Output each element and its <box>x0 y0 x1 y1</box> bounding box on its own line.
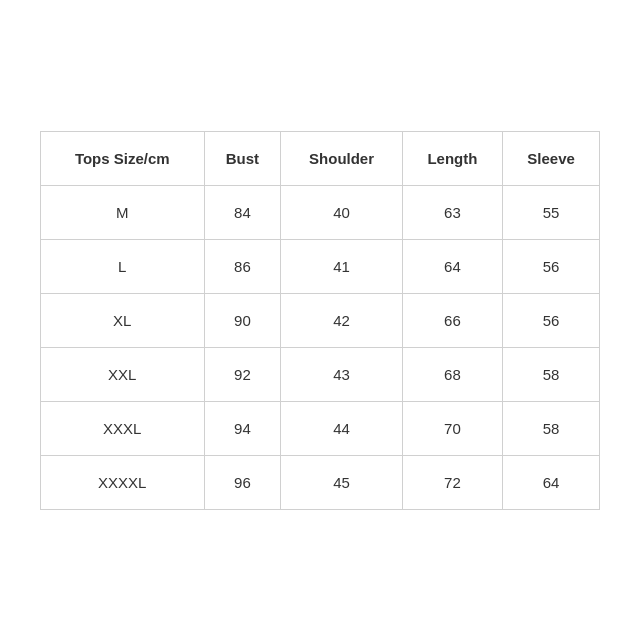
cell-row0-col2: 40 <box>281 185 403 239</box>
header-shoulder: Shoulder <box>281 131 403 185</box>
cell-row1-col4: 56 <box>503 239 600 293</box>
cell-row2-col4: 56 <box>503 293 600 347</box>
size-chart-table: Tops Size/cm Bust Shoulder Length Sleeve… <box>40 131 600 510</box>
header-bust: Bust <box>204 131 281 185</box>
cell-row1-col3: 64 <box>402 239 502 293</box>
cell-row1-col1: 86 <box>204 239 281 293</box>
cell-row0-col1: 84 <box>204 185 281 239</box>
table-row: M84406355 <box>41 185 600 239</box>
cell-row4-col3: 70 <box>402 401 502 455</box>
table-row: XXXXL96457264 <box>41 455 600 509</box>
cell-row4-col0: XXXL <box>41 401 205 455</box>
cell-row3-col3: 68 <box>402 347 502 401</box>
cell-row2-col2: 42 <box>281 293 403 347</box>
cell-row3-col0: XXL <box>41 347 205 401</box>
cell-row3-col2: 43 <box>281 347 403 401</box>
cell-row2-col3: 66 <box>402 293 502 347</box>
cell-row5-col2: 45 <box>281 455 403 509</box>
cell-row0-col3: 63 <box>402 185 502 239</box>
cell-row3-col1: 92 <box>204 347 281 401</box>
table-row: XL90426656 <box>41 293 600 347</box>
header-size: Tops Size/cm <box>41 131 205 185</box>
size-chart-container: Tops Size/cm Bust Shoulder Length Sleeve… <box>40 131 600 510</box>
cell-row0-col0: M <box>41 185 205 239</box>
table-row: XXXL94447058 <box>41 401 600 455</box>
table-row: L86416456 <box>41 239 600 293</box>
header-sleeve: Sleeve <box>503 131 600 185</box>
cell-row4-col1: 94 <box>204 401 281 455</box>
cell-row4-col4: 58 <box>503 401 600 455</box>
cell-row4-col2: 44 <box>281 401 403 455</box>
cell-row5-col4: 64 <box>503 455 600 509</box>
cell-row2-col0: XL <box>41 293 205 347</box>
cell-row1-col0: L <box>41 239 205 293</box>
header-length: Length <box>402 131 502 185</box>
cell-row1-col2: 41 <box>281 239 403 293</box>
cell-row2-col1: 90 <box>204 293 281 347</box>
cell-row0-col4: 55 <box>503 185 600 239</box>
table-row: XXL92436858 <box>41 347 600 401</box>
cell-row3-col4: 58 <box>503 347 600 401</box>
cell-row5-col3: 72 <box>402 455 502 509</box>
cell-row5-col1: 96 <box>204 455 281 509</box>
table-header-row: Tops Size/cm Bust Shoulder Length Sleeve <box>41 131 600 185</box>
cell-row5-col0: XXXXL <box>41 455 205 509</box>
